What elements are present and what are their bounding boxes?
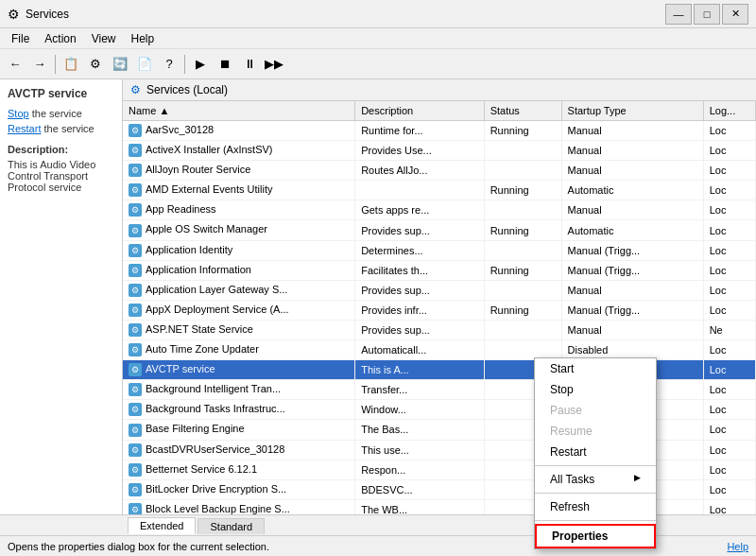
menu-help[interactable]: Help bbox=[124, 30, 163, 47]
service-description-text: This is Audio Video Control Transport Pr… bbox=[8, 159, 114, 193]
context-menu-item-all-tasks[interactable]: All Tasks bbox=[535, 469, 656, 490]
table-row[interactable]: ⚙AllJoyn Router ServiceRoutes AllJo...Ma… bbox=[123, 161, 756, 181]
service-icon: ⚙ bbox=[129, 264, 142, 277]
service-name-cell: ⚙App Readiness bbox=[123, 200, 355, 220]
service-startup-cell: Automatic bbox=[561, 220, 703, 240]
table-row[interactable]: ⚙AarSvc_30128Runtime for...RunningManual… bbox=[123, 121, 756, 141]
services-header-icon: ⚙ bbox=[130, 83, 141, 96]
menu-file[interactable]: File bbox=[4, 30, 37, 47]
menu-view[interactable]: View bbox=[84, 30, 124, 47]
col-description[interactable]: Description bbox=[355, 101, 484, 121]
stop-service-button[interactable]: ⏹ bbox=[214, 53, 236, 76]
col-startup-type[interactable]: Startup Type bbox=[561, 101, 703, 121]
forward-button[interactable]: → bbox=[28, 53, 51, 76]
table-row[interactable]: ⚙Application Layer Gateway S...Provides … bbox=[123, 280, 756, 300]
back-button[interactable]: ← bbox=[4, 53, 26, 76]
refresh-button[interactable]: 🔄 bbox=[109, 53, 131, 76]
service-startup-cell: Manual bbox=[561, 141, 703, 161]
service-startup-cell: Manual (Trigg... bbox=[561, 240, 703, 260]
service-icon: ⚙ bbox=[129, 483, 142, 496]
menu-action[interactable]: Action bbox=[37, 30, 83, 47]
restart-service-link[interactable]: Restart bbox=[8, 123, 41, 134]
context-menu-separator bbox=[535, 520, 656, 521]
close-button[interactable]: ✕ bbox=[722, 4, 748, 25]
properties-button[interactable]: 📋 bbox=[60, 53, 82, 76]
context-menu-separator bbox=[535, 493, 656, 494]
service-desc-cell: Provides sup... bbox=[355, 280, 484, 300]
service-startup-cell: Automatic bbox=[561, 181, 703, 200]
context-menu-item-refresh[interactable]: Refresh bbox=[535, 496, 656, 517]
table-row[interactable]: ⚙AMD External Events UtilityRunningAutom… bbox=[123, 181, 756, 200]
title-bar: ⚙ Services — □ ✕ bbox=[0, 0, 756, 28]
service-desc-cell: BDESVC... bbox=[355, 479, 484, 499]
table-row[interactable]: ⚙AppX Deployment Service (A...Provides i… bbox=[123, 300, 756, 320]
service-name-cell: ⚙AMD External Events Utility bbox=[123, 181, 355, 200]
service-desc-cell: Respon... bbox=[355, 460, 484, 479]
tab-extended[interactable]: Extended bbox=[128, 517, 196, 534]
service-log-cell: Loc bbox=[703, 440, 755, 460]
table-row[interactable]: ⚙Base Filtering EngineThe Bas...Automati… bbox=[123, 420, 756, 440]
table-row[interactable]: ⚙Apple OS Switch ManagerProvides sup...R… bbox=[123, 220, 756, 240]
service-status-cell: Running bbox=[484, 300, 561, 320]
table-row[interactable]: ⚙ActiveX Installer (AxInstSV)Provides Us… bbox=[123, 141, 756, 161]
table-row[interactable]: ⚙Block Level Backup Engine S...The WB...… bbox=[123, 499, 756, 514]
table-row[interactable]: ⚙Application IdentityDetermines...Manual… bbox=[123, 240, 756, 260]
table-row[interactable]: ⚙Background Intelligent Tran...Transfer.… bbox=[123, 380, 756, 400]
service-name-cell: ⚙Background Intelligent Tran... bbox=[123, 380, 355, 400]
service-icon: ⚙ bbox=[129, 503, 142, 514]
service-log-cell: Loc bbox=[703, 200, 755, 220]
tab-standard[interactable]: Standard bbox=[198, 518, 265, 534]
service-name: AVCTP service bbox=[8, 87, 114, 100]
window-title: Services bbox=[26, 8, 665, 21]
service-icon: ⚙ bbox=[129, 244, 142, 257]
service-desc-cell: Automaticall... bbox=[355, 340, 484, 360]
service-desc-cell: Runtime for... bbox=[355, 121, 484, 141]
table-row[interactable]: ⚙App ReadinessGets apps re...ManualLoc bbox=[123, 200, 756, 220]
service-desc-cell: Transfer... bbox=[355, 380, 484, 400]
context-menu-item-restart[interactable]: Restart bbox=[535, 442, 656, 462]
start-service-button[interactable]: ▶ bbox=[189, 53, 212, 76]
table-row[interactable]: ⚙ASP.NET State ServiceProvides sup...Man… bbox=[123, 320, 756, 339]
service-status-cell bbox=[484, 320, 561, 339]
service-icon: ⚙ bbox=[129, 224, 142, 237]
help-button[interactable]: Help bbox=[727, 541, 748, 552]
service-desc-cell: Provides sup... bbox=[355, 220, 484, 240]
service-desc-cell: Determines... bbox=[355, 240, 484, 260]
service-description-block: Description: This is Audio Video Control… bbox=[8, 144, 114, 193]
context-menu-item-properties[interactable]: Properties bbox=[535, 524, 656, 548]
service-desc-cell: Provides sup... bbox=[355, 320, 484, 339]
maximize-button[interactable]: □ bbox=[694, 4, 720, 25]
table-row[interactable]: ⚙Auto Time Zone UpdaterAutomaticall...Di… bbox=[123, 340, 756, 360]
export-button[interactable]: 📄 bbox=[133, 53, 156, 76]
service-status-cell: Running bbox=[484, 181, 561, 200]
col-status[interactable]: Status bbox=[484, 101, 561, 121]
table-row[interactable]: ⚙BcastDVRUserService_30128This use...Man… bbox=[123, 440, 756, 460]
col-name[interactable]: Name ▲ bbox=[123, 101, 355, 121]
pause-service-button[interactable]: ⏸ bbox=[238, 53, 261, 76]
context-menu-item-start[interactable]: Start bbox=[535, 358, 656, 379]
stop-service-link[interactable]: Stop bbox=[8, 108, 29, 119]
separator-1 bbox=[55, 55, 56, 74]
table-row[interactable]: ⚙AVCTP serviceThis is A...Manual (Trigg.… bbox=[123, 360, 756, 380]
service-log-cell: Loc bbox=[703, 360, 755, 380]
service-startup-cell: Manual (Trigg... bbox=[561, 260, 703, 280]
services-table-container[interactable]: Name ▲ Description Status Startup Type L… bbox=[123, 101, 756, 514]
minimize-button[interactable]: — bbox=[665, 4, 692, 25]
service-name-cell: ⚙Auto Time Zone Updater bbox=[123, 340, 355, 360]
col-log[interactable]: Log... bbox=[703, 101, 755, 121]
service-status-cell bbox=[484, 161, 561, 181]
restart-service-button[interactable]: ▶▶ bbox=[263, 53, 285, 76]
service-desc-cell: Gets apps re... bbox=[355, 200, 484, 220]
table-row[interactable]: ⚙Background Tasks Infrastruc...Window...… bbox=[123, 400, 756, 420]
table-row[interactable]: ⚙BitLocker Drive Encryption S...BDESVC..… bbox=[123, 479, 756, 499]
context-menu-item-stop[interactable]: Stop bbox=[535, 379, 656, 400]
help-icon-button[interactable]: ? bbox=[158, 53, 180, 76]
service-name-cell: ⚙BcastDVRUserService_30128 bbox=[123, 440, 355, 460]
table-row[interactable]: ⚙Betternet Service 6.12.1Respon...Manual… bbox=[123, 460, 756, 479]
table-row[interactable]: ⚙Application InformationFacilitates th..… bbox=[123, 260, 756, 280]
service-startup-cell: Manual bbox=[561, 320, 703, 339]
service-log-cell: Loc bbox=[703, 220, 755, 240]
app-icon: ⚙ bbox=[8, 7, 20, 22]
service-icon: ⚙ bbox=[129, 383, 142, 396]
settings-button[interactable]: ⚙ bbox=[84, 53, 107, 76]
